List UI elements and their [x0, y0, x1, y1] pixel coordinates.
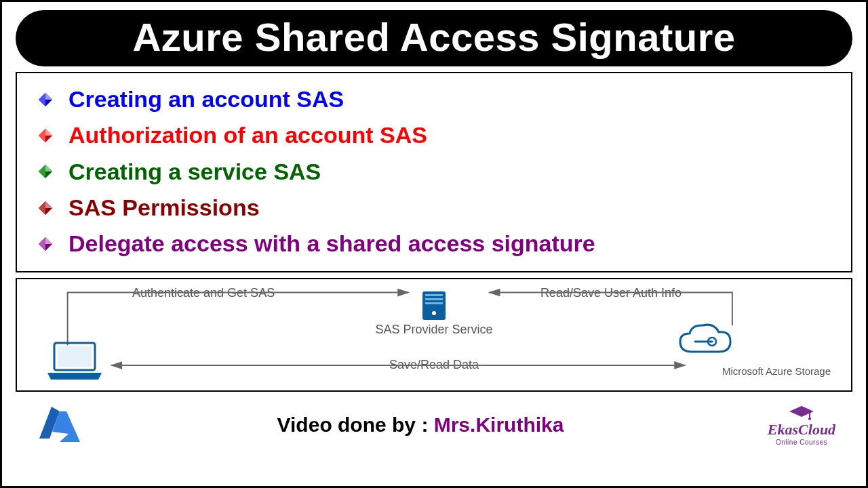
cloud-icon [675, 321, 736, 362]
footer: Video done by : Mrs.Kiruthika EkasCloud … [2, 396, 866, 454]
svg-marker-11 [45, 201, 52, 208]
svg-rect-20 [425, 302, 443, 304]
diamond-icon [37, 200, 54, 216]
svg-marker-8 [45, 165, 52, 171]
svg-point-23 [808, 418, 811, 420]
sas-diagram: Authenticate and Get SAS SAS Provider Se… [16, 278, 852, 392]
credit-prefix: Video done by : [277, 413, 434, 436]
svg-marker-2 [45, 93, 52, 100]
list-item: Delegate access with a shared access sig… [31, 227, 837, 260]
graduation-cap-icon [788, 405, 815, 421]
topic-text: Authorization of an account SAS [68, 119, 427, 152]
credit-author: Mrs.Kiruthika [434, 413, 564, 436]
page-title: Azure Shared Access Signature [43, 14, 825, 60]
diamond-icon [37, 236, 54, 252]
svg-marker-7 [39, 165, 45, 178]
list-item: Creating an account SAS [31, 83, 837, 116]
logo-brand-text: EkasCloud [768, 421, 835, 439]
topic-text: Creating an account SAS [68, 83, 344, 116]
logo-tag-text: Online Courses [776, 439, 827, 446]
svg-marker-5 [45, 129, 52, 136]
list-item: SAS Permissions [31, 191, 837, 224]
topics-list: Creating an account SAS Authorization of… [16, 72, 852, 272]
laptop-icon [44, 340, 105, 381]
svg-marker-13 [39, 237, 45, 251]
topic-text: Creating a service SAS [68, 155, 321, 188]
video-credit: Video done by : Mrs.Kiruthika [83, 413, 757, 436]
svg-rect-19 [425, 298, 443, 300]
svg-rect-18 [425, 294, 443, 296]
list-item: Authorization of an account SAS [31, 119, 837, 152]
svg-marker-1 [39, 93, 45, 106]
svg-marker-4 [39, 129, 45, 142]
svg-rect-16 [58, 346, 92, 367]
list-item: Creating a service SAS [31, 155, 837, 188]
svg-marker-14 [45, 237, 52, 244]
diamond-icon [37, 92, 54, 108]
diamond-icon [37, 127, 54, 144]
svg-point-21 [432, 311, 436, 315]
diamond-icon [37, 163, 54, 180]
svg-marker-10 [39, 201, 45, 215]
title-banner: Azure Shared Access Signature [16, 10, 852, 66]
topic-text: Delegate access with a shared access sig… [68, 227, 595, 260]
ekascloud-logo: EkasCloud Online Courses [757, 405, 846, 446]
topic-text: SAS Permissions [68, 191, 260, 224]
server-icon [417, 289, 451, 323]
azure-logo-icon [36, 401, 83, 449]
